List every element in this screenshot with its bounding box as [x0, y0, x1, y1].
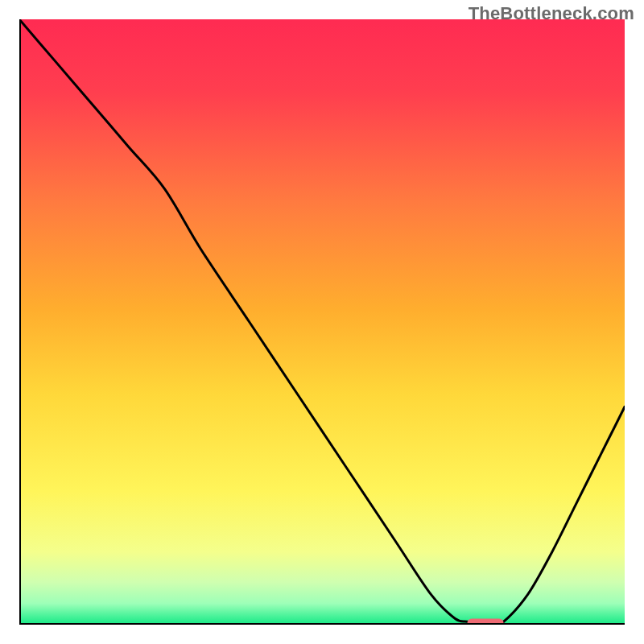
watermark-text: TheBottleneck.com — [469, 3, 634, 24]
chart-svg — [19, 19, 625, 625]
gradient-background — [19, 19, 625, 625]
plot-area — [19, 19, 625, 625]
chart-container: TheBottleneck.com — [0, 0, 644, 644]
